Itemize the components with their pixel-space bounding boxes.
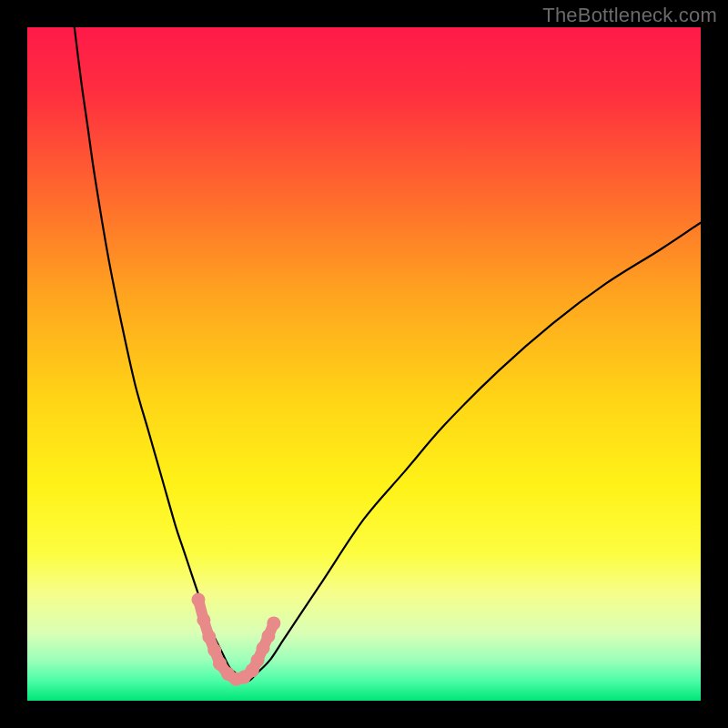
chart-frame: TheBottleneck.com — [0, 0, 728, 728]
chart-background — [27, 27, 701, 701]
overlay-dot — [191, 593, 205, 607]
watermark-text: TheBottleneck.com — [542, 4, 717, 27]
chart-svg — [27, 27, 701, 701]
overlay-dot — [251, 653, 265, 667]
plot-area — [27, 27, 701, 701]
overlay-dot — [257, 642, 270, 655]
overlay-dot — [207, 643, 221, 657]
overlay-dot — [267, 616, 280, 630]
overlay-dot — [197, 613, 210, 627]
overlay-dot — [202, 630, 216, 643]
overlay-dot — [261, 629, 275, 642]
